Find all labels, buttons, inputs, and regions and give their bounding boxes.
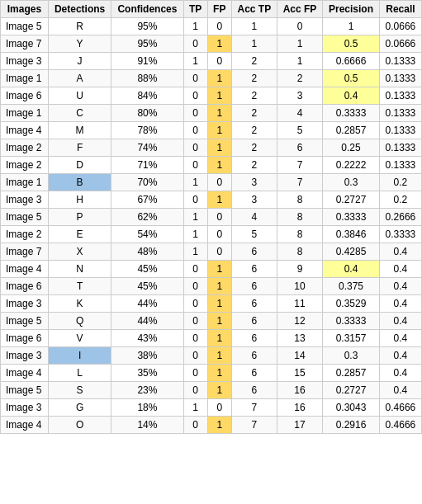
cell: 0.3846 [323,226,380,243]
cell: Image 4 [1,365,49,382]
cell: 0.3 [323,174,380,191]
cell: U [48,87,111,105]
cell: 1 [207,157,231,174]
cell: 0.1333 [379,139,421,157]
cell: 0 [183,347,207,365]
cell: 0.1333 [379,70,421,87]
cell: E [48,226,111,243]
cell: Image 6 [1,87,49,105]
cell: 0.4666 [379,399,421,417]
cell: 0.4666 [379,417,421,434]
cell: 35% [111,365,183,382]
cell: Image 2 [1,226,49,243]
cell: 54% [111,226,183,243]
cell: 1 [207,261,231,278]
cell: Y [48,35,111,53]
cell: 2 [231,139,277,157]
cell: 2 [231,87,277,105]
cell: 44% [111,295,183,313]
cell: 6 [231,365,277,382]
cell: 43% [111,330,183,347]
column-header-detections: Detections [48,1,111,18]
cell: T [48,278,111,295]
cell: 3 [231,191,277,209]
cell: 0.0666 [379,18,421,35]
cell: 1 [231,18,277,35]
cell: 17 [277,417,322,434]
cell: A [48,70,111,87]
cell: 0.2 [379,174,421,191]
cell: 6 [231,313,277,330]
cell: H [48,191,111,209]
cell: 1 [207,365,231,382]
table-row: Image 5P62%10480.33330.2666 [1,209,422,226]
cell: O [48,417,111,434]
cell: 4 [277,105,322,122]
cell: 8 [277,226,322,243]
cell: 0.5 [323,70,380,87]
cell: 6 [231,382,277,399]
cell: 0.25 [323,139,380,157]
cell: Image 5 [1,18,49,35]
cell: 0 [183,87,207,105]
cell: 0.2727 [323,382,380,399]
cell: 0.4 [379,330,421,347]
cell: Image 3 [1,399,49,417]
cell: 1 [183,174,207,191]
cell: 1 [207,295,231,313]
cell: 0 [183,70,207,87]
table-row: Image 4O14%017170.29160.4666 [1,417,422,434]
cell: 1 [207,330,231,347]
cell: 0 [183,105,207,122]
cell: 95% [111,35,183,53]
cell: 0 [183,191,207,209]
cell: 44% [111,313,183,330]
cell: 1 [183,226,207,243]
cell: 0.3043 [323,399,380,417]
cell: 0 [183,139,207,157]
column-header-images: Images [1,1,49,18]
cell: 1 [207,87,231,105]
cell: 0.4 [379,365,421,382]
cell: 0.0666 [379,35,421,53]
cell: 95% [111,18,183,35]
cell: Image 6 [1,278,49,295]
cell: I [48,347,111,365]
cell: Image 4 [1,417,49,434]
table-row: Image 1C80%01240.33330.1333 [1,105,422,122]
table-row: Image 4N45%01690.40.4 [1,261,422,278]
cell: 10 [277,278,322,295]
column-header-confidences: Confidences [111,1,183,18]
cell: 0.5 [323,35,380,53]
cell: 0 [183,330,207,347]
cell: L [48,365,111,382]
cell: 2 [231,70,277,87]
cell: 3 [231,174,277,191]
cell: 0 [183,157,207,174]
cell: 0 [183,382,207,399]
cell: 6 [231,330,277,347]
cell: 0.2857 [323,122,380,139]
cell: 0.2857 [323,365,380,382]
cell: 0.4 [323,261,380,278]
cell: 91% [111,53,183,70]
cell: 13 [277,330,322,347]
cell: Image 3 [1,53,49,70]
column-header-recall: Recall [379,1,421,18]
cell: 0.2 [379,191,421,209]
cell: 71% [111,157,183,174]
cell: 0.4 [379,382,421,399]
cell: 1 [183,243,207,261]
cell: 6 [231,295,277,313]
cell: 6 [277,139,322,157]
cell: 0.2727 [323,191,380,209]
cell: 2 [231,122,277,139]
cell: 1 [183,18,207,35]
cell: Image 1 [1,105,49,122]
cell: 6 [231,278,277,295]
cell: Image 7 [1,35,49,53]
cell: Image 2 [1,157,49,174]
cell: 14 [277,347,322,365]
cell: 0.3157 [323,330,380,347]
cell: 0 [207,226,231,243]
